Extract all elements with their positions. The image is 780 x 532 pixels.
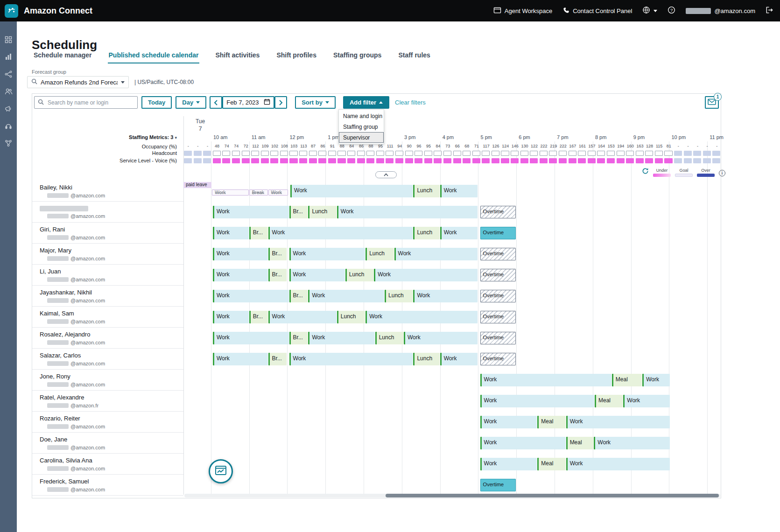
- next-day-button[interactable]: [274, 96, 287, 109]
- cancelled-bar[interactable]: Work: [212, 189, 248, 196]
- meal-bar[interactable]: Meal: [566, 437, 594, 449]
- sign-out-button[interactable]: [766, 6, 773, 15]
- work-bar[interactable]: Work: [213, 248, 268, 260]
- overtime-bar[interactable]: Overtime: [480, 311, 516, 323]
- break-bar[interactable]: Br...: [289, 332, 308, 344]
- work-bar[interactable]: Work: [290, 185, 413, 197]
- sidebar-item-announcements[interactable]: [0, 100, 17, 117]
- work-bar[interactable]: Work: [480, 458, 537, 470]
- lunch-bar[interactable]: Lunch: [413, 353, 439, 365]
- overtime-bar[interactable]: Overtime: [480, 290, 516, 302]
- work-bar[interactable]: Work: [623, 395, 670, 407]
- sidebar-item-headset[interactable]: [0, 117, 17, 134]
- work-bar[interactable]: Work: [440, 353, 478, 365]
- work-bar[interactable]: Work: [213, 269, 268, 281]
- staffing-metrics-toggle[interactable]: Staffing Metrics: 3 ▾: [129, 134, 177, 140]
- overtime-solid-bar[interactable]: Overtime: [480, 227, 516, 239]
- work-bar[interactable]: Work: [308, 290, 384, 302]
- sidebar-item-dashboard[interactable]: [0, 31, 17, 48]
- today-button[interactable]: Today: [141, 96, 172, 109]
- work-bar[interactable]: Work: [374, 269, 478, 281]
- lunch-bar[interactable]: Lunch: [308, 206, 336, 218]
- sidebar-item-users[interactable]: [0, 83, 17, 100]
- overtime-bar[interactable]: Overtime: [480, 248, 516, 260]
- tab-published-schedule-calendar[interactable]: Published schedule calendar: [108, 49, 200, 63]
- lunch-bar[interactable]: Lunch: [413, 185, 439, 197]
- work-bar[interactable]: Work: [213, 227, 249, 239]
- work-bar[interactable]: Work: [440, 185, 478, 197]
- chart-fab-button[interactable]: [209, 459, 233, 483]
- break-bar[interactable]: Br...: [268, 248, 287, 260]
- work-bar[interactable]: Work: [480, 437, 566, 449]
- language-selector[interactable]: [642, 6, 657, 15]
- break-bar[interactable]: Br...: [268, 269, 287, 281]
- work-bar[interactable]: Work: [213, 353, 268, 365]
- help-button[interactable]: ?: [668, 6, 675, 15]
- work-bar[interactable]: Work: [642, 374, 670, 386]
- work-bar[interactable]: Work: [308, 332, 374, 344]
- sidebar-item-metrics[interactable]: [0, 48, 17, 65]
- paid-leave-bar[interactable]: paid leave: [183, 182, 211, 188]
- agent-workspace-link[interactable]: Agent Workspace: [493, 7, 552, 15]
- work-bar[interactable]: Work: [337, 206, 478, 218]
- work-bar[interactable]: Work: [480, 374, 611, 386]
- meal-bar[interactable]: Meal: [595, 395, 623, 407]
- overtime-bar[interactable]: Overtime: [480, 332, 516, 344]
- work-bar[interactable]: Work: [566, 458, 670, 470]
- previous-day-button[interactable]: [210, 96, 222, 109]
- work-bar[interactable]: Work: [404, 332, 478, 344]
- work-bar[interactable]: Work: [289, 353, 413, 365]
- break-bar[interactable]: Br...: [268, 353, 287, 365]
- overtime-bar[interactable]: Overtime: [480, 353, 516, 365]
- refresh-icon[interactable]: [642, 168, 649, 176]
- info-icon[interactable]: i: [719, 170, 725, 176]
- work-bar[interactable]: Work: [566, 416, 670, 428]
- lunch-bar[interactable]: Lunch: [365, 248, 394, 260]
- tab-staff-rules[interactable]: Staff rules: [397, 49, 431, 63]
- inbox-button[interactable]: 1: [705, 96, 719, 109]
- search-input[interactable]: [47, 99, 134, 106]
- lunch-bar[interactable]: Lunch: [375, 332, 403, 344]
- work-bar[interactable]: Work: [268, 227, 413, 239]
- overtime-solid-bar[interactable]: Overtime: [480, 479, 516, 491]
- break-bar[interactable]: Br...: [289, 206, 308, 218]
- work-bar[interactable]: Work: [213, 311, 249, 323]
- work-bar[interactable]: Work: [365, 311, 478, 323]
- clear-filters-link[interactable]: Clear filters: [395, 99, 426, 106]
- lunch-bar[interactable]: Lunch: [385, 290, 413, 302]
- sidebar-item-flows[interactable]: [0, 134, 17, 152]
- meal-bar[interactable]: Meal: [537, 416, 565, 428]
- cancelled-bar[interactable]: Work: [268, 189, 288, 196]
- lunch-bar[interactable]: Lunch: [337, 311, 365, 323]
- lunch-bar[interactable]: Lunch: [413, 227, 439, 239]
- work-bar[interactable]: Work: [480, 395, 594, 407]
- break-bar[interactable]: Br...: [249, 311, 268, 323]
- add-filter-button[interactable]: Add filter: [343, 96, 389, 109]
- tab-shift-profiles[interactable]: Shift profiles: [275, 49, 317, 63]
- menu-item-name-and-login[interactable]: Name and login: [339, 111, 384, 121]
- work-bar[interactable]: Work: [213, 206, 289, 218]
- meal-bar[interactable]: Meal: [537, 458, 565, 470]
- horizontal-scrollbar-thumb[interactable]: [386, 494, 719, 497]
- work-bar[interactable]: Work: [213, 290, 289, 302]
- tab-schedule-manager[interactable]: Schedule manager: [33, 49, 93, 63]
- sort-by-button[interactable]: Sort by: [295, 96, 336, 109]
- work-bar[interactable]: Work: [440, 227, 478, 239]
- collapse-metrics-button[interactable]: [375, 171, 397, 178]
- forecast-group-select[interactable]: Amazon Refunds 2nd Forecast Group: [27, 76, 129, 88]
- user-account[interactable]: @amazon.com: [686, 7, 755, 14]
- tab-shift-activities[interactable]: Shift activities: [214, 49, 260, 63]
- lunch-bar[interactable]: Lunch: [345, 269, 373, 281]
- cancelled-bar[interactable]: Break: [249, 189, 268, 196]
- work-bar[interactable]: Work: [213, 332, 289, 344]
- work-bar[interactable]: Work: [480, 416, 537, 428]
- menu-item-staffing-group[interactable]: Staffing group: [339, 121, 384, 132]
- work-bar[interactable]: Work: [289, 248, 365, 260]
- contact-control-panel-link[interactable]: Contact Control Panel: [562, 7, 632, 15]
- menu-item-supervisor[interactable]: Supervisor: [339, 132, 384, 143]
- break-bar[interactable]: Br...: [249, 227, 268, 239]
- date-input[interactable]: Feb 7, 2023: [222, 96, 274, 109]
- work-bar[interactable]: Work: [594, 437, 670, 449]
- tab-staffing-groups[interactable]: Staffing groups: [332, 49, 382, 63]
- work-bar[interactable]: Work: [394, 248, 478, 260]
